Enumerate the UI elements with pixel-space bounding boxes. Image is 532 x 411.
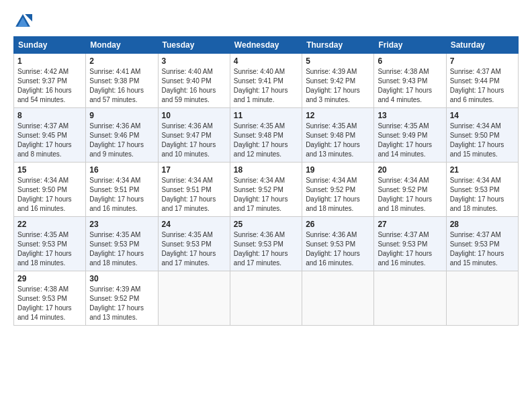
day-number: 12: [306, 111, 370, 120]
day-number: 2: [89, 56, 154, 66]
day-info: Sunrise: 4:35 AM Sunset: 9:53 PM Dayligh…: [162, 230, 226, 268]
day-number: 17: [162, 165, 226, 175]
day-info: Sunrise: 4:42 AM Sunset: 9:37 PM Dayligh…: [17, 67, 82, 105]
day-info: Sunrise: 4:35 AM Sunset: 9:49 PM Dayligh…: [378, 122, 442, 159]
day-info: Sunrise: 4:34 AM Sunset: 9:52 PM Dayligh…: [378, 176, 442, 214]
calendar-cell: 23Sunrise: 4:35 AM Sunset: 9:53 PM Dayli…: [86, 217, 158, 271]
day-info: Sunrise: 4:41 AM Sunset: 9:38 PM Dayligh…: [89, 67, 154, 105]
calendar-week-row: 1Sunrise: 4:42 AM Sunset: 9:37 PM Daylig…: [14, 54, 519, 108]
page: SundayMondayTuesdayWednesdayThursdayFrid…: [0, 0, 532, 411]
calendar-cell: 26Sunrise: 4:36 AM Sunset: 9:53 PM Dayli…: [302, 217, 374, 271]
calendar-week-row: 22Sunrise: 4:35 AM Sunset: 9:53 PM Dayli…: [14, 217, 519, 271]
calendar-cell: 24Sunrise: 4:35 AM Sunset: 9:53 PM Dayli…: [158, 217, 230, 271]
calendar-header-row: SundayMondayTuesdayWednesdayThursdayFrid…: [14, 37, 519, 54]
day-info: Sunrise: 4:40 AM Sunset: 9:41 PM Dayligh…: [234, 67, 298, 105]
calendar-header-wednesday: Wednesday: [230, 37, 302, 54]
day-info: Sunrise: 4:34 AM Sunset: 9:50 PM Dayligh…: [450, 122, 515, 159]
day-info: Sunrise: 4:34 AM Sunset: 9:53 PM Dayligh…: [450, 176, 515, 214]
calendar-cell: 16Sunrise: 4:34 AM Sunset: 9:51 PM Dayli…: [86, 163, 158, 217]
day-info: Sunrise: 4:36 AM Sunset: 9:53 PM Dayligh…: [306, 230, 370, 268]
calendar-week-row: 8Sunrise: 4:37 AM Sunset: 9:45 PM Daylig…: [14, 108, 519, 163]
calendar-header-monday: Monday: [86, 37, 158, 54]
day-number: 3: [162, 56, 226, 66]
day-number: 13: [378, 111, 442, 120]
calendar-cell: 29Sunrise: 4:38 AM Sunset: 9:53 PM Dayli…: [14, 271, 86, 326]
calendar-cell: 8Sunrise: 4:37 AM Sunset: 9:45 PM Daylig…: [14, 108, 86, 163]
calendar-cell: 14Sunrise: 4:34 AM Sunset: 9:50 PM Dayli…: [446, 108, 518, 163]
day-info: Sunrise: 4:37 AM Sunset: 9:45 PM Dayligh…: [17, 122, 82, 159]
calendar-cell: 1Sunrise: 4:42 AM Sunset: 9:37 PM Daylig…: [14, 54, 86, 108]
calendar-cell: 9Sunrise: 4:36 AM Sunset: 9:46 PM Daylig…: [86, 108, 158, 163]
calendar-cell: [446, 271, 518, 326]
calendar-header-sunday: Sunday: [14, 37, 86, 54]
day-info: Sunrise: 4:34 AM Sunset: 9:50 PM Dayligh…: [17, 176, 82, 214]
day-info: Sunrise: 4:36 AM Sunset: 9:53 PM Dayligh…: [234, 230, 298, 268]
calendar-week-row: 15Sunrise: 4:34 AM Sunset: 9:50 PM Dayli…: [14, 163, 519, 217]
calendar-cell: 15Sunrise: 4:34 AM Sunset: 9:50 PM Dayli…: [14, 163, 86, 217]
calendar-cell: [230, 271, 302, 326]
day-number: 4: [234, 56, 298, 66]
day-number: 1: [17, 56, 82, 66]
calendar-header-thursday: Thursday: [302, 37, 374, 54]
calendar-cell: 17Sunrise: 4:34 AM Sunset: 9:51 PM Dayli…: [158, 163, 230, 217]
header: [13, 12, 519, 31]
calendar-cell: 25Sunrise: 4:36 AM Sunset: 9:53 PM Dayli…: [230, 217, 302, 271]
day-info: Sunrise: 4:40 AM Sunset: 9:40 PM Dayligh…: [162, 67, 226, 105]
day-number: 30: [89, 274, 154, 283]
calendar-cell: 2Sunrise: 4:41 AM Sunset: 9:38 PM Daylig…: [86, 54, 158, 108]
calendar-cell: 27Sunrise: 4:37 AM Sunset: 9:53 PM Dayli…: [374, 217, 446, 271]
day-number: 15: [17, 165, 82, 175]
day-info: Sunrise: 4:37 AM Sunset: 9:53 PM Dayligh…: [450, 230, 515, 268]
day-info: Sunrise: 4:38 AM Sunset: 9:43 PM Dayligh…: [378, 67, 442, 105]
calendar-cell: 21Sunrise: 4:34 AM Sunset: 9:53 PM Dayli…: [446, 163, 518, 217]
day-info: Sunrise: 4:34 AM Sunset: 9:52 PM Dayligh…: [234, 176, 298, 214]
day-number: 9: [89, 111, 154, 120]
day-number: 14: [450, 111, 515, 120]
calendar-cell: 20Sunrise: 4:34 AM Sunset: 9:52 PM Dayli…: [374, 163, 446, 217]
logo: [13, 12, 35, 31]
day-number: 26: [306, 220, 370, 229]
day-info: Sunrise: 4:35 AM Sunset: 9:48 PM Dayligh…: [234, 122, 298, 159]
day-number: 27: [378, 220, 442, 229]
calendar-cell: 19Sunrise: 4:34 AM Sunset: 9:52 PM Dayli…: [302, 163, 374, 217]
day-number: 18: [234, 165, 298, 175]
day-info: Sunrise: 4:36 AM Sunset: 9:46 PM Dayligh…: [89, 122, 154, 159]
day-number: 20: [378, 165, 442, 175]
day-number: 5: [306, 56, 370, 66]
calendar-cell: 22Sunrise: 4:35 AM Sunset: 9:53 PM Dayli…: [14, 217, 86, 271]
calendar-cell: 5Sunrise: 4:39 AM Sunset: 9:42 PM Daylig…: [302, 54, 374, 108]
day-info: Sunrise: 4:36 AM Sunset: 9:47 PM Dayligh…: [162, 122, 226, 159]
calendar-cell: 18Sunrise: 4:34 AM Sunset: 9:52 PM Dayli…: [230, 163, 302, 217]
calendar-cell: [374, 271, 446, 326]
calendar-cell: 3Sunrise: 4:40 AM Sunset: 9:40 PM Daylig…: [158, 54, 230, 108]
calendar-cell: [302, 271, 374, 326]
day-info: Sunrise: 4:37 AM Sunset: 9:44 PM Dayligh…: [450, 67, 515, 105]
day-number: 11: [234, 111, 298, 120]
day-number: 10: [162, 111, 226, 120]
day-number: 19: [306, 165, 370, 175]
day-info: Sunrise: 4:37 AM Sunset: 9:53 PM Dayligh…: [378, 230, 442, 268]
day-number: 7: [450, 56, 515, 66]
day-info: Sunrise: 4:34 AM Sunset: 9:52 PM Dayligh…: [306, 176, 370, 214]
calendar-header-tuesday: Tuesday: [158, 37, 230, 54]
calendar-cell: 4Sunrise: 4:40 AM Sunset: 9:41 PM Daylig…: [230, 54, 302, 108]
day-info: Sunrise: 4:39 AM Sunset: 9:52 PM Dayligh…: [89, 285, 154, 322]
day-info: Sunrise: 4:35 AM Sunset: 9:53 PM Dayligh…: [17, 230, 82, 268]
day-info: Sunrise: 4:35 AM Sunset: 9:48 PM Dayligh…: [306, 122, 370, 159]
day-number: 16: [89, 165, 154, 175]
calendar-cell: 6Sunrise: 4:38 AM Sunset: 9:43 PM Daylig…: [374, 54, 446, 108]
calendar-cell: 11Sunrise: 4:35 AM Sunset: 9:48 PM Dayli…: [230, 108, 302, 163]
calendar-cell: 28Sunrise: 4:37 AM Sunset: 9:53 PM Dayli…: [446, 217, 518, 271]
day-number: 21: [450, 165, 515, 175]
day-number: 25: [234, 220, 298, 229]
calendar-cell: [158, 271, 230, 326]
day-info: Sunrise: 4:34 AM Sunset: 9:51 PM Dayligh…: [89, 176, 154, 214]
calendar-header-friday: Friday: [374, 37, 446, 54]
calendar-week-row: 29Sunrise: 4:38 AM Sunset: 9:53 PM Dayli…: [14, 271, 519, 326]
calendar-cell: 12Sunrise: 4:35 AM Sunset: 9:48 PM Dayli…: [302, 108, 374, 163]
logo-icon: [13, 12, 32, 31]
day-number: 29: [17, 274, 82, 283]
calendar-header-saturday: Saturday: [446, 37, 518, 54]
calendar-cell: 7Sunrise: 4:37 AM Sunset: 9:44 PM Daylig…: [446, 54, 518, 108]
day-number: 22: [17, 220, 82, 229]
